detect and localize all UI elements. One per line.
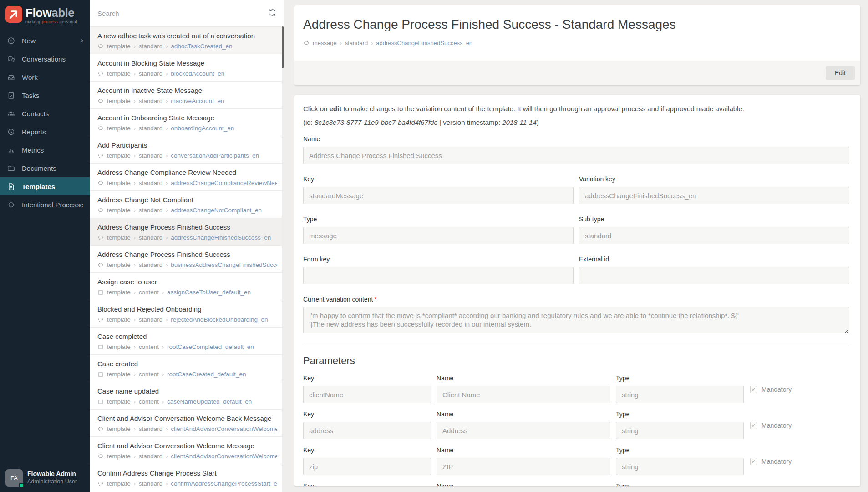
param-type-label: Type	[616, 482, 744, 486]
template-key-link[interactable]: caseNameUpdated_default_en	[167, 398, 252, 405]
param-name-input[interactable]	[437, 458, 610, 475]
template-list-item[interactable]: Address Change Process Finished Success …	[90, 218, 284, 245]
param-key-input[interactable]	[303, 422, 431, 439]
variation-content-textarea[interactable]: I'm happy to confirm that the move is *c…	[303, 307, 849, 333]
breadcrumb-part: template	[107, 97, 131, 104]
external-id-input[interactable]	[579, 267, 849, 284]
template-key-link[interactable]: conversationAddParticipants_en	[171, 152, 259, 159]
template-key-link[interactable]: clientAndAdvisorConversationWelcomeBackM…	[171, 425, 277, 432]
template-list-item[interactable]: Address Change Process Finished Success …	[90, 245, 284, 272]
template-key-link[interactable]: inactiveAccount_en	[171, 97, 224, 104]
template-key-link[interactable]: adhocTaskCreated_en	[171, 43, 232, 50]
section-divider	[303, 346, 849, 346]
mandatory-checkbox[interactable]: ✓	[750, 386, 757, 393]
template-list-item[interactable]: Client and Advisor Conversation Welcome …	[90, 409, 284, 436]
list-scrollbar-thumb[interactable]	[282, 26, 284, 68]
template-list-item[interactable]: Case completed template › content › root…	[90, 327, 284, 354]
template-key-link[interactable]: onboardingAccount_en	[171, 125, 234, 132]
template-key-link[interactable]: confirmAddressChangeProcessStart_en	[171, 480, 277, 487]
mandatory-checkbox[interactable]: ✓	[750, 422, 757, 429]
param-name-input[interactable]	[437, 422, 610, 439]
param-key-input[interactable]	[303, 458, 431, 475]
template-list-item[interactable]: Client and Advisor Conversation Welcome …	[90, 436, 284, 464]
sidebar-item-work[interactable]: Work ›	[0, 68, 90, 86]
sidebar-item-intentional-processes[interactable]: Intentional Processes ›	[0, 195, 90, 214]
search-input[interactable]	[97, 10, 267, 17]
edit-button[interactable]: Edit	[826, 66, 855, 80]
param-type-input[interactable]	[616, 458, 744, 475]
sidebar-item-templates[interactable]: Templates ›	[0, 177, 90, 195]
param-key-input[interactable]	[303, 386, 431, 403]
template-key-link[interactable]: addressChangeFinishedSuccess_en	[171, 234, 271, 241]
param-type-input[interactable]	[616, 386, 744, 403]
form-key-input[interactable]	[303, 267, 574, 284]
breadcrumb: message › standard › addressChangeFinish…	[303, 40, 852, 46]
template-key-link[interactable]: rejectedAndBlockedOnboarding_en	[171, 316, 268, 323]
checkmark-icon: ✓	[751, 423, 756, 428]
breadcrumb-link[interactable]: addressChangeFinishedSuccess_en	[376, 40, 472, 46]
parameter-row: Key Name Type ✓ Mandatory	[303, 446, 849, 475]
template-list-item[interactable]: Add Participants template › standard › c…	[90, 136, 284, 163]
template-breadcrumb: template › standard › addressChangeFinis…	[97, 234, 277, 241]
sidebar-item-documents[interactable]: Documents ›	[0, 159, 90, 177]
template-key-link[interactable]: blockedAccount_en	[171, 70, 224, 77]
template-key-link[interactable]: businessAddressChangeFinishedSuccess_en	[171, 261, 277, 268]
refresh-button[interactable]	[267, 8, 277, 18]
main-content: Address Change Process Finished Success …	[284, 0, 868, 492]
mandatory-checkbox[interactable]: ✓	[750, 458, 757, 465]
breadcrumb-part: standard	[139, 234, 163, 241]
sidebar-item-reports[interactable]: Reports ›	[0, 123, 90, 141]
sidebar-item-conversations[interactable]: Conversations ›	[0, 50, 90, 68]
param-key-label: Key	[303, 446, 431, 454]
template-list-item[interactable]: Assign case to user template › content ›…	[90, 272, 284, 300]
template-list-item[interactable]: Confirm Address Change Process Start tem…	[90, 464, 284, 491]
template-key-link[interactable]: addressChangeComplianceReviewNeeded_en	[171, 179, 277, 186]
template-list-item[interactable]: Address Change Not Compliant template › …	[90, 190, 284, 218]
template-key-link[interactable]: assignCaseToUser_default_en	[167, 289, 251, 296]
type-input[interactable]	[303, 227, 574, 244]
breadcrumb-part: standard	[139, 425, 163, 432]
variation-key-input[interactable]	[579, 187, 849, 204]
template-list-item[interactable]: Account in Inactive State Message templa…	[90, 81, 284, 108]
breadcrumb-part: template	[107, 43, 131, 50]
template-list-item[interactable]: Address Change Compliance Review Needed …	[90, 163, 284, 190]
template-list-item[interactable]: A new adhoc task was created out of a co…	[90, 26, 284, 54]
template-title: Address Change Process Finished Success	[97, 223, 277, 231]
user-name: Flowable Admin	[27, 470, 77, 478]
current-user[interactable]: FA Flowable Admin Administration User	[0, 465, 90, 492]
chevron-right-icon: ›	[134, 426, 136, 432]
variation-content-label: Current variation content*	[303, 296, 849, 303]
online-status-dot	[19, 483, 24, 488]
sidebar-item-tasks[interactable]: Tasks ›	[0, 86, 90, 104]
template-list-item[interactable]: Blocked and Rejected Onboarding template…	[90, 300, 284, 327]
name-input[interactable]	[303, 147, 849, 164]
sidebar-item-contacts[interactable]: Contacts ›	[0, 104, 90, 123]
template-key-link[interactable]: rootCaseCreated_default_en	[167, 371, 246, 378]
sub-type-input[interactable]	[579, 227, 849, 244]
template-key-link[interactable]: rootCaseCompleted_default_en	[167, 343, 254, 350]
template-breadcrumb: template › content › caseNameUpdated_def…	[97, 398, 277, 405]
template-list-item[interactable]: Account in Onboarding State Message temp…	[90, 108, 284, 136]
breadcrumb-part: template	[107, 234, 131, 241]
list-scrollbar[interactable]	[282, 26, 284, 492]
sidebar-item-new[interactable]: New ›	[0, 31, 90, 50]
template-key-link[interactable]: addressChangeNotCompliant_en	[171, 207, 262, 214]
template-breadcrumb: template › standard › conversationAddPar…	[97, 152, 277, 159]
sidebar-item-metrics[interactable]: Metrics ›	[0, 141, 90, 159]
chevron-right-icon: ›	[134, 180, 136, 186]
chevron-right-icon: ›	[162, 289, 164, 296]
template-list-item[interactable]: Case name updated template › content › c…	[90, 382, 284, 409]
chevron-right-icon: ›	[162, 344, 164, 350]
template-list-item[interactable]: Account in Blocking State Message templa…	[90, 54, 284, 81]
external-id-label: External id	[579, 256, 849, 263]
key-input[interactable]	[303, 187, 574, 204]
template-key-link[interactable]: clientAndAdvisorConversationWelcomeMessa	[171, 453, 277, 460]
param-name-input[interactable]	[437, 386, 610, 403]
template-breadcrumb: template › standard › blockedAccount_en	[97, 70, 277, 77]
breadcrumb-part: standard	[139, 43, 163, 50]
chevron-right-icon: ›	[371, 40, 373, 46]
param-type-input[interactable]	[616, 422, 744, 439]
template-list-item[interactable]: Case created template › content › rootCa…	[90, 354, 284, 382]
param-key-label: Key	[303, 482, 431, 486]
page-title: Address Change Process Finished Success …	[303, 17, 852, 32]
